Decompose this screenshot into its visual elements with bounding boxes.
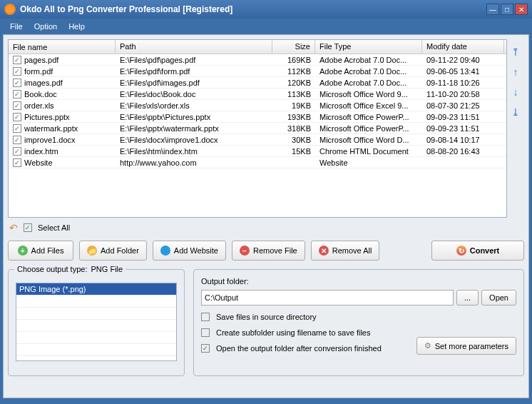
convert-icon: ↻: [456, 246, 466, 256]
set-more-parameters-button[interactable]: ⚙ Set more parameters: [416, 337, 516, 355]
table-row[interactable]: ✓pages.pdfE:\Files\pdf\pages.pdf169KBAdo…: [9, 54, 506, 66]
cell-type: Microsoft Office Word D...: [315, 135, 422, 145]
cell-type: Microsoft Office Word 9...: [315, 89, 422, 99]
main-content: File name Path Size File Type Modify dat…: [3, 34, 529, 398]
add-folder-label: Add Folder: [101, 246, 139, 255]
cell-path: E:\Files\pdf\form.pdf: [116, 66, 272, 76]
cell-date: [422, 162, 504, 163]
col-header-name[interactable]: File name: [9, 40, 116, 54]
row-checkbox[interactable]: ✓: [13, 113, 21, 121]
cell-type: Website: [315, 158, 422, 168]
col-header-path[interactable]: Path: [116, 40, 272, 54]
add-folder-button[interactable]: 📁 Add Folder: [79, 241, 147, 261]
table-row[interactable]: ✓order.xlsE:\Files\xls\order.xls19KBMicr…: [9, 100, 506, 111]
toolbar: + Add Files 📁 Add Folder 🌐 Add Website −…: [8, 241, 524, 261]
cell-name: Website: [24, 158, 53, 167]
minus-icon: −: [240, 246, 250, 256]
menu-option[interactable]: Option: [29, 20, 63, 33]
cell-name: pages.pdf: [24, 56, 58, 64]
output-type-option[interactable]: PNG Image (*.png): [16, 283, 176, 296]
remove-file-button[interactable]: − Remove File: [232, 241, 305, 261]
open-after-checkbox[interactable]: ✓: [201, 344, 210, 353]
table-row[interactable]: ✓images.pdfE:\Files\pdf\images.pdf120KBA…: [9, 77, 506, 89]
globe-icon: 🌐: [160, 246, 170, 256]
table-row[interactable]: ✓Pictures.pptxE:\Files\pptx\Pictures.ppt…: [9, 111, 506, 123]
cell-name: order.xls: [24, 101, 54, 110]
menu-file[interactable]: File: [4, 20, 29, 33]
row-checkbox[interactable]: ✓: [13, 67, 21, 76]
cell-date: 09-11-18 10:26: [422, 78, 504, 88]
cell-date: 11-10-20 20:58: [422, 89, 504, 99]
remove-all-label: Remove All: [332, 246, 372, 255]
cell-type: Microsoft Office Excel 9...: [315, 101, 422, 111]
file-list-header: File name Path Size File Type Modify dat…: [9, 40, 506, 54]
output-folder-input[interactable]: [201, 290, 454, 305]
titlebar: Okdo All to Png Converter Professional […: [0, 0, 532, 19]
table-row[interactable]: ✓Book.docE:\Files\doc\Book.doc113KBMicro…: [9, 89, 506, 100]
cell-date: 08-07-30 21:25: [422, 101, 504, 111]
row-checkbox[interactable]: ✓: [13, 101, 21, 110]
app-icon: [4, 4, 16, 15]
cell-size: 15KB: [272, 146, 315, 156]
cell-path: E:\Files\pdf\pages.pdf: [116, 55, 272, 65]
cell-date: 08-08-20 16:43: [422, 146, 504, 156]
cell-type: Adobe Acrobat 7.0 Doc...: [315, 55, 422, 65]
output-type-label: Choose output type:: [17, 265, 87, 273]
browse-button[interactable]: ...: [456, 290, 479, 305]
output-type-value: PNG File: [91, 265, 123, 273]
row-checkbox[interactable]: ✓: [13, 79, 21, 87]
cell-size: 318KB: [272, 123, 315, 133]
save-source-label: Save files in source directory: [216, 313, 317, 321]
row-checkbox[interactable]: ✓: [13, 147, 21, 156]
close-button[interactable]: ✕: [515, 4, 528, 15]
table-row[interactable]: ✓improve1.docxE:\Files\docx\improve1.doc…: [9, 134, 506, 146]
table-row[interactable]: ✓form.pdfE:\Files\pdf\form.pdf112KBAdobe…: [9, 66, 506, 77]
move-down-button[interactable]: ↓: [509, 86, 522, 99]
table-row[interactable]: ✓index.htmE:\Files\htm\index.htm15KBChro…: [9, 146, 506, 157]
cell-path: E:\Files\htm\index.htm: [116, 146, 272, 156]
cell-size: 120KB: [272, 78, 315, 88]
cell-type: Adobe Acrobat 7.0 Doc...: [315, 66, 422, 76]
return-icon: ↶: [9, 222, 18, 233]
table-row[interactable]: ✓watermark.pptxE:\Files\pptx\watermark.p…: [9, 123, 506, 134]
row-checkbox[interactable]: ✓: [13, 90, 21, 99]
output-type-list[interactable]: PNG Image (*.png): [16, 283, 177, 361]
col-header-type[interactable]: File Type: [315, 40, 422, 54]
move-top-button[interactable]: ⤒: [509, 46, 522, 59]
row-checkbox[interactable]: ✓: [13, 136, 21, 144]
remove-all-button[interactable]: ✕ Remove All: [311, 241, 380, 261]
row-checkbox[interactable]: ✓: [13, 158, 21, 167]
minimize-button[interactable]: —: [486, 4, 499, 15]
add-files-button[interactable]: + Add Files: [8, 241, 73, 261]
create-sub-checkbox[interactable]: [201, 328, 210, 337]
create-sub-label: Create subfolder using filename to save …: [216, 328, 370, 337]
row-checkbox[interactable]: ✓: [13, 124, 21, 133]
add-website-button[interactable]: 🌐 Add Website: [153, 241, 226, 261]
cell-path: E:\Files\pdf\images.pdf: [116, 78, 272, 88]
select-all-checkbox[interactable]: ✓: [24, 223, 32, 232]
convert-button[interactable]: ↻ Convert: [431, 241, 524, 261]
cell-size: 19KB: [272, 101, 315, 111]
cell-name: improve1.docx: [24, 136, 76, 144]
add-website-label: Add Website: [174, 246, 218, 255]
open-folder-button[interactable]: Open: [481, 290, 516, 305]
remove-all-icon: ✕: [319, 246, 329, 256]
convert-label: Convert: [470, 246, 500, 255]
cell-date: 09-09-23 11:51: [422, 123, 504, 133]
table-row[interactable]: ✓Websitehttp://www.yahoo.comWebsite: [9, 157, 506, 168]
window-title: Okdo All to Png Converter Professional […: [20, 4, 485, 14]
row-checkbox[interactable]: ✓: [13, 56, 21, 64]
col-header-size[interactable]: Size: [272, 40, 315, 54]
select-all-label: Select All: [38, 223, 70, 232]
file-list[interactable]: File name Path Size File Type Modify dat…: [8, 39, 507, 218]
cell-name: Book.doc: [24, 90, 57, 99]
move-bottom-button[interactable]: ⤓: [509, 106, 522, 119]
col-header-date[interactable]: Modify date: [422, 40, 504, 54]
save-source-checkbox[interactable]: [201, 313, 210, 321]
cell-path: E:\Files\pptx\Pictures.pptx: [116, 112, 272, 122]
maximize-button[interactable]: □: [501, 4, 513, 15]
cell-name: Pictures.pptx: [24, 113, 70, 121]
menu-help[interactable]: Help: [63, 20, 91, 33]
cell-type: Microsoft Office PowerP...: [315, 112, 422, 122]
move-up-button[interactable]: ↑: [509, 66, 522, 79]
